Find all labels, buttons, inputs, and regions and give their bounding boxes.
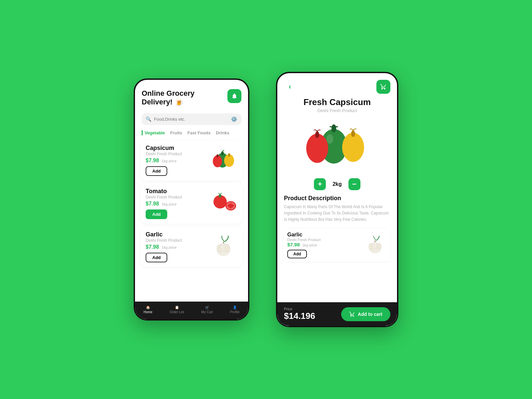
- product-subtitle-tomato: Deshi Fresh Product: [146, 195, 211, 200]
- category-fastfoods[interactable]: Fast Foods: [188, 130, 210, 135]
- bell-icon: [231, 93, 238, 99]
- product-price-capsicum: $7.98 1kg price: [146, 158, 211, 164]
- notification-button[interactable]: [227, 89, 241, 103]
- checkout-bar: Price $14.196 Add to cart: [277, 302, 397, 326]
- description-title: Product Description: [284, 195, 390, 202]
- nav-home[interactable]: 🏠 Home: [144, 306, 153, 314]
- svg-point-29: [377, 243, 381, 250]
- nav-profile[interactable]: 👤 Profile: [230, 306, 239, 314]
- nav-cart-label: My Cart: [201, 310, 213, 314]
- add-to-cart-button[interactable]: Add to cart: [341, 307, 390, 321]
- cart-icon: 🛒: [205, 306, 209, 309]
- capsicum-image: [211, 149, 237, 172]
- svg-point-23: [351, 130, 355, 137]
- hero-product-name: Fresh Capsicum: [284, 97, 390, 107]
- category-vegetable[interactable]: Vegetable: [142, 130, 165, 135]
- product-hero: Fresh Capsicum Deshi Fresh Product: [277, 97, 397, 176]
- nav-profile-label: Profile: [230, 310, 239, 314]
- description-text: Capsicum In Many Parts Of The World And …: [284, 204, 390, 223]
- title-line1: Online Grocery: [142, 89, 195, 98]
- svg-point-22: [342, 133, 364, 162]
- cart-button[interactable]: [376, 80, 390, 94]
- profile-icon: 👤: [233, 306, 237, 309]
- product-info-capsicum: Capsicum Deshi Fresh Product $7.98 1kg p…: [146, 145, 211, 176]
- price-value: $14.196: [284, 311, 315, 321]
- cart-icon-detail: [380, 83, 387, 90]
- quantity-value: 2kg: [332, 181, 342, 187]
- product-detail-content: Product Description Capsicum In Many Par…: [277, 195, 397, 302]
- quantity-control: + 2kg −: [277, 178, 397, 190]
- capsicum-svg: [211, 149, 237, 172]
- header: Online Grocery Delivery! 🍺: [135, 80, 248, 110]
- svg-point-24: [327, 134, 333, 144]
- related-product-info: Garlic Deshi Fresh Product $7.98 1kg pri…: [287, 232, 364, 258]
- garlic-svg: [211, 235, 237, 258]
- svg-point-17: [225, 244, 230, 252]
- related-product-subtitle: Deshi Fresh Product: [287, 238, 364, 242]
- svg-point-3: [228, 153, 230, 157]
- search-icon: 🔍: [146, 116, 151, 122]
- svg-point-21: [315, 131, 319, 138]
- hero-capsicum-svg: [301, 116, 374, 170]
- product-subtitle-capsicum: Deshi Fresh Product: [146, 152, 211, 156]
- home-icon: 🏠: [146, 306, 150, 309]
- filter-icon[interactable]: ⚙️: [231, 116, 237, 122]
- related-garlic-svg: [364, 235, 387, 255]
- nav-order-label: Order List: [170, 310, 184, 314]
- quantity-increase-button[interactable]: +: [314, 178, 326, 190]
- add-button-tomato[interactable]: Add: [146, 209, 167, 219]
- category-fruits[interactable]: Fruits: [170, 130, 182, 135]
- phone-home: Online Grocery Delivery! 🍺 🔍 ⚙️ Vegetabl…: [134, 78, 249, 321]
- product-price-garlic: $7.98 1kg price: [146, 244, 211, 250]
- product-info-tomato: Tomato Deshi Fresh Product $7.98 1kg pri…: [146, 188, 211, 219]
- related-product-name: Garlic: [287, 232, 364, 238]
- app-title: Online Grocery Delivery! 🍺: [142, 89, 195, 107]
- search-input[interactable]: [154, 117, 228, 122]
- product-card-tomato: Tomato Deshi Fresh Product $7.98 1kg pri…: [140, 183, 243, 224]
- quantity-decrease-button[interactable]: −: [348, 178, 360, 190]
- back-button[interactable]: ‹: [284, 81, 296, 93]
- product-name-capsicum: Capsicum: [146, 145, 211, 152]
- hero-product-subtitle: Deshi Fresh Product: [284, 108, 390, 113]
- tomato-image: [211, 192, 237, 215]
- svg-point-20: [306, 134, 328, 163]
- related-product-garlic: Garlic Deshi Fresh Product $7.98 1kg pri…: [284, 228, 390, 262]
- cart-icon-btn: [349, 311, 355, 317]
- product-subtitle-garlic: Deshi Fresh Product: [146, 238, 211, 243]
- related-product-image: [364, 235, 387, 255]
- order-list-icon: 📋: [175, 306, 179, 309]
- price-display: Price $14.196: [284, 307, 315, 321]
- svg-point-7: [219, 194, 221, 198]
- title-line2: Delivery! 🍺: [142, 98, 195, 106]
- svg-point-5: [216, 154, 218, 158]
- category-drinks[interactable]: Drinks: [216, 130, 229, 135]
- detail-topbar: ‹: [277, 73, 397, 97]
- nav-my-cart[interactable]: 🛒 My Cart: [201, 306, 213, 314]
- svg-point-1: [221, 151, 224, 155]
- phone-detail: ‹ Fresh Capsicum Deshi Fresh Product: [276, 72, 398, 327]
- product-name-tomato: Tomato: [146, 188, 211, 195]
- price-label: Price: [284, 307, 315, 311]
- product-info-garlic: Garlic Deshi Fresh Product $7.98 1kg pri…: [146, 231, 211, 262]
- add-to-cart-label: Add to cart: [358, 312, 382, 317]
- tomato-svg: [211, 192, 237, 215]
- hero-product-image: [301, 116, 374, 170]
- product-name-garlic: Garlic: [146, 231, 211, 238]
- related-product-price: $7.98 1kg price: [287, 242, 364, 248]
- product-card-capsicum: Capsicum Deshi Fresh Product $7.98 1kg p…: [140, 140, 243, 181]
- product-card-garlic: Garlic Deshi Fresh Product $7.98 1kg pri…: [140, 226, 243, 267]
- add-button-capsicum[interactable]: Add: [146, 166, 167, 176]
- garlic-image: [211, 235, 237, 258]
- add-button-garlic[interactable]: Add: [146, 253, 167, 262]
- category-list: Vegetable Fruits Fast Foods Drinks: [135, 128, 248, 137]
- nav-order-list[interactable]: 📋 Order List: [170, 306, 184, 314]
- nav-home-label: Home: [144, 310, 153, 314]
- svg-point-19: [332, 124, 336, 132]
- product-list: Capsicum Deshi Fresh Product $7.98 1kg p…: [135, 137, 248, 302]
- product-price-tomato: $7.98 1kg price: [146, 201, 211, 207]
- search-bar[interactable]: 🔍 ⚙️: [142, 113, 241, 125]
- bottom-navigation: 🏠 Home 📋 Order List 🛒 My Cart 👤 Profile: [135, 302, 248, 319]
- related-add-button[interactable]: Add: [287, 250, 307, 258]
